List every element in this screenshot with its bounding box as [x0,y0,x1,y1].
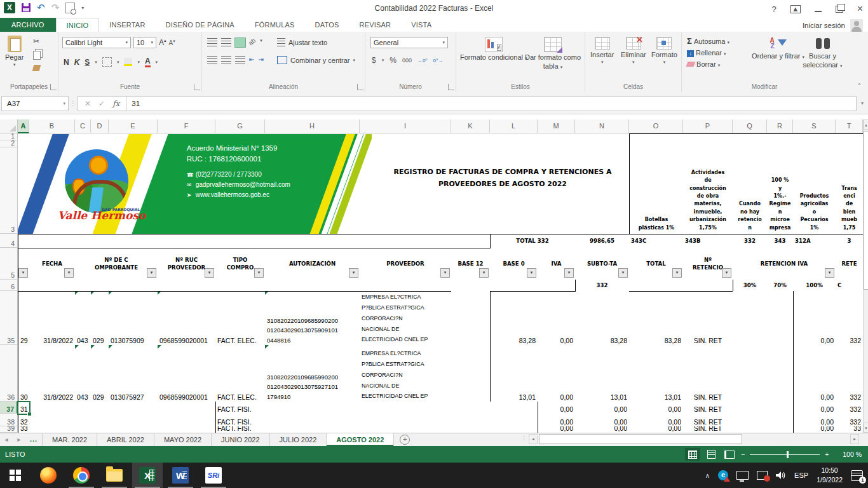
sort-filter-button[interactable]: A Z Ordenar y filtrar ▾ [752,37,804,61]
orientation-icon[interactable]: ab [247,37,259,48]
page-break-view-icon[interactable] [722,448,737,461]
expand-formula-bar-icon[interactable]: ▾ [857,100,868,106]
ribbon-tab-archivo[interactable]: ARCHIVO [0,18,56,32]
cell-I37[interactable] [360,402,452,414]
cell-S6[interactable]: 100% [793,280,836,292]
cell-F6[interactable] [158,280,216,292]
cell-E36[interactable]: 013075927 [109,345,158,402]
cell-P36[interactable]: SIN. RET [683,345,733,402]
col-header-P[interactable]: P [683,119,733,133]
cell-C36[interactable]: 043 [75,345,92,402]
col-header-K[interactable]: K [451,119,490,133]
cell-R38[interactable] [767,414,794,427]
cell-L35[interactable]: 83,28 [490,291,538,346]
formula-input[interactable]: 31 [126,96,857,111]
col-header-G[interactable]: G [215,119,265,133]
cell-I35[interactable]: EMPRESA EL?CTRICA P?BLICA ESTRAT?GICA CO… [360,291,452,346]
notification-center-icon[interactable]: 1 [851,470,863,481]
grow-font-icon[interactable]: A▴ [159,38,166,47]
cell-G6[interactable] [215,280,266,292]
name-box-caret-icon[interactable]: ▾ [63,101,65,106]
clock[interactable]: 10:50 1/9/2022 [817,466,843,484]
copy-icon[interactable] [33,51,41,60]
cell-G37[interactable]: FACT. FISI. [215,402,266,414]
sheet-tab-agosto-2022[interactable]: AGOSTO 2022 [327,433,394,446]
cancel-entry-icon[interactable]: ✕ [85,99,91,108]
currency-icon[interactable]: $ [372,56,376,65]
filter-button[interactable]: ▾ [147,268,156,278]
cell-K36[interactable] [451,345,491,402]
scroll-left-icon[interactable]: ◄ [529,434,538,444]
col-header-N[interactable]: N [575,119,629,133]
bold-button[interactable]: N [64,58,69,67]
cell-I36[interactable]: EMPRESA EL?CTRICA P?BLICA ESTRAT?GICA CO… [360,345,452,402]
cell-L4[interactable]: TOTAL 332 [490,234,576,248]
speaker-icon[interactable] [776,471,786,480]
cell-R37[interactable] [767,402,794,414]
cell-G4[interactable] [215,234,266,248]
cell-N4[interactable]: 9986,65 [575,234,630,248]
cell-P38[interactable]: SIN. RET [683,414,733,427]
cell-N37[interactable]: 0,00 [575,402,630,414]
sheet-tab-junio-2022[interactable]: JUNIO 2022 [212,433,270,446]
wrap-text-button[interactable]: Ajustar texto [277,38,327,47]
col-header-R[interactable]: R [767,119,793,133]
cell-F38[interactable] [158,414,216,427]
cell-A36[interactable]: 30 [18,345,30,402]
fill-button[interactable]: ↓ Rellenar ▾ [687,49,729,57]
col-header-D[interactable]: D [91,119,109,133]
col-header-A[interactable]: A [18,119,29,133]
cell-M6[interactable] [538,280,576,292]
confirm-entry-icon[interactable]: ✓ [98,99,105,108]
cell-T37[interactable]: 332 [836,402,864,414]
cell-L38[interactable] [490,414,538,427]
align-right-icon[interactable] [235,56,245,65]
cell-N36[interactable]: 13,01 [575,345,630,402]
cell-T5[interactable]: RETE [836,248,864,280]
portapapeles-dialog-launcher[interactable] [50,84,57,90]
cell-I5[interactable]: PROVEEDOR▾ [360,248,452,280]
zoom-slider[interactable] [750,454,820,455]
cell-G35[interactable]: FACT. ELEC. [215,291,266,346]
find-select-button[interactable]: Buscar y seleccionar ▾ [798,37,847,70]
font-name-select[interactable]: Calibri Light▾ [62,37,131,48]
zoom-level[interactable]: 100 % [843,451,862,458]
vertical-scroll-thumb[interactable] [864,131,868,290]
row-header-39[interactable]: 39 [0,426,18,433]
sheet-prev-icon[interactable]: ◄ [0,433,13,446]
row-header-1[interactable]: 1 [0,133,18,140]
cell-H35[interactable]: 310820220109685990200 012043029013075909… [265,291,360,346]
ribbon-display-options-icon[interactable]: ▴ [790,5,801,13]
cell-C35[interactable]: 043 [75,291,92,346]
cell-R4[interactable]: 343 [767,234,794,248]
filter-button[interactable]: ▾ [64,268,74,278]
cell-P5[interactable]: Nº RETENCIO▾ [683,248,733,280]
delete-cells-button[interactable]: ✕ Eliminar ▾ [621,37,646,65]
network-icon[interactable] [736,471,749,480]
ribbon-tab-f-rmulas[interactable]: FÓRMULAS [245,18,305,32]
cell-F4[interactable] [158,234,216,248]
sheet-tab-julio-2022[interactable]: JULIO 2022 [270,433,327,446]
alert-icon[interactable] [757,471,768,480]
row-header-6[interactable]: 6 [0,280,18,291]
cell-F37[interactable] [158,402,216,414]
ribbon-tab-inicio[interactable]: INICIO [56,18,100,32]
fuente-dialog-launcher[interactable] [194,84,200,90]
align-bottom-icon[interactable] [235,38,245,47]
taskbar-word[interactable]: W [165,463,196,488]
format-cells-button[interactable]: Formato ▾ [651,37,677,65]
cell-Q4[interactable]: 332 [733,234,768,248]
cell-O4[interactable]: 343C [629,234,684,248]
cell-P35[interactable]: SIN. RET [683,291,733,346]
cell-D6[interactable] [91,280,109,292]
format-as-table-button[interactable]: Dar formato como tabla ▾ [521,37,585,71]
cell-L5[interactable]: BASE 0▾ [490,248,538,280]
vertical-scrollbar[interactable]: ▲ ▼ [863,119,868,433]
cell-K4[interactable] [451,234,491,248]
cell-Q38[interactable] [733,414,768,427]
cell-H37[interactable] [265,402,360,414]
cell-Ou[interactable]: Botellas plásticas 1% [629,133,684,234]
cell-H4[interactable] [265,234,360,248]
format-painter-icon[interactable] [32,65,41,71]
cell-O37[interactable]: 0,00 [629,402,684,414]
